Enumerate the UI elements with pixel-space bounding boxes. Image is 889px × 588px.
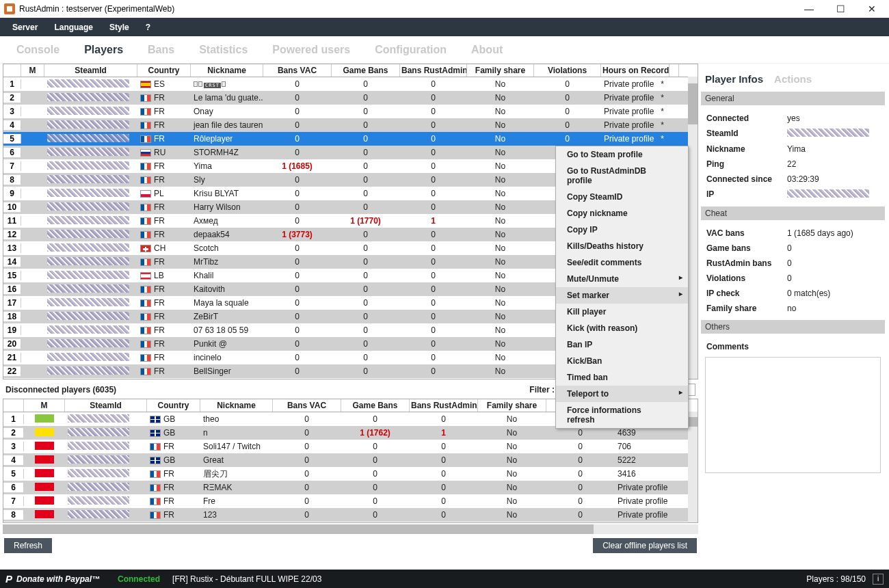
refresh-button[interactable]: Refresh bbox=[4, 538, 52, 553]
table-row[interactable]: 5FR眉尖刀000No03416 bbox=[3, 467, 698, 481]
filter-label: Filter : bbox=[529, 385, 555, 395]
info-row: Ping22 bbox=[701, 157, 885, 172]
players-grid-header: MSteamIdCountryNicknameBans VACGame Bans… bbox=[3, 64, 698, 77]
menu-?[interactable]: ? bbox=[137, 20, 159, 35]
ctx-item[interactable]: Go to Steam profile bbox=[556, 146, 688, 163]
col-header[interactable]: Bans RustAdmin bbox=[410, 399, 478, 412]
info-row: RustAdmin bans0 bbox=[701, 256, 885, 271]
panel-tab[interactable]: Actions bbox=[774, 73, 812, 85]
col-header[interactable]: Bans VAC bbox=[263, 64, 332, 77]
menu-language[interactable]: Language bbox=[46, 20, 101, 35]
ctx-item[interactable]: Copy IP bbox=[556, 222, 688, 238]
player-count: Players : 98/150 bbox=[806, 574, 866, 584]
col-header[interactable]: M bbox=[21, 64, 44, 77]
ctx-item[interactable]: Timed ban bbox=[556, 369, 688, 386]
info-row: IP bbox=[701, 187, 885, 202]
panel-tabs: Player InfosActions bbox=[701, 70, 885, 92]
info-icon[interactable]: i bbox=[873, 574, 884, 585]
ctx-item[interactable]: Kick/Ban bbox=[556, 353, 688, 369]
tab-players[interactable]: Players bbox=[72, 38, 135, 62]
table-row[interactable]: 3FROnay000No0Private profile* bbox=[3, 105, 698, 118]
disconnected-hscroll[interactable] bbox=[3, 524, 698, 534]
ctx-item[interactable]: Ban IP bbox=[556, 336, 688, 353]
info-row: Connected since03:29:39 bbox=[701, 172, 885, 187]
ctx-item[interactable]: See/edit comments bbox=[556, 254, 688, 271]
col-header[interactable]: Game Bans bbox=[332, 64, 400, 77]
info-row: IP check0 match(es) bbox=[701, 286, 885, 301]
col-header[interactable]: Country bbox=[147, 399, 200, 412]
info-row: Game bans0 bbox=[701, 241, 885, 256]
ctx-item[interactable]: Copy nickname bbox=[556, 205, 688, 222]
tab-bans[interactable]: Bans bbox=[135, 38, 187, 62]
col-header[interactable] bbox=[669, 64, 679, 77]
context-menu[interactable]: Go to Steam profileGo to RustAdminDB pro… bbox=[555, 146, 689, 429]
col-header[interactable]: SteamId bbox=[65, 399, 147, 412]
tab-configuration[interactable]: Configuration bbox=[362, 38, 459, 62]
ctx-item[interactable]: Go to RustAdminDB profile bbox=[556, 163, 688, 189]
col-header[interactable]: Family share bbox=[478, 399, 546, 412]
table-row[interactable]: 4FRjean file des tauren000No0Private pro… bbox=[3, 118, 698, 132]
table-row[interactable]: 5FRRôleplayer000No0Private profile* bbox=[3, 132, 698, 146]
col-header[interactable]: Bans RustAdmin bbox=[400, 64, 467, 77]
tab-console[interactable]: Console bbox=[4, 38, 72, 62]
donate-link[interactable]: Donate with Paypal™ bbox=[16, 574, 100, 584]
table-row[interactable]: 8FR123000No0Private profile bbox=[3, 508, 698, 522]
col-header[interactable]: Bans VAC bbox=[273, 399, 341, 412]
disconnected-header: Disconnected players (6035) bbox=[5, 385, 116, 395]
col-header[interactable]: Nickname bbox=[191, 64, 263, 77]
col-header[interactable]: Hours on Record bbox=[601, 64, 669, 77]
tab-about[interactable]: About bbox=[459, 38, 515, 62]
close-icon[interactable]: ✕ bbox=[864, 3, 879, 14]
col-header[interactable]: Nickname bbox=[200, 399, 273, 412]
status-bar: P Donate with Paypal™ Connected [FR] Rus… bbox=[0, 570, 889, 588]
table-row[interactable]: 4GBGreat000No05222 bbox=[3, 453, 698, 467]
ctx-item[interactable]: Kills/Deaths history bbox=[556, 238, 688, 254]
col-header[interactable]: Violations bbox=[534, 64, 601, 77]
ctx-item[interactable]: Copy SteamID bbox=[556, 189, 688, 205]
panel-tab[interactable]: Player Infos bbox=[705, 73, 763, 85]
col-header[interactable]: Family share bbox=[467, 64, 534, 77]
ctx-item[interactable]: Mute/Unmute bbox=[556, 271, 688, 287]
paypal-icon: P bbox=[5, 573, 12, 585]
info-row: VAC bans1 (1685 days ago) bbox=[701, 226, 885, 241]
info-row: Family shareno bbox=[701, 301, 885, 316]
info-row: NicknameYima bbox=[701, 142, 885, 157]
players-scrollbar[interactable] bbox=[688, 77, 698, 379]
app-icon bbox=[4, 3, 15, 14]
ctx-item[interactable]: Kick (with reason) bbox=[556, 320, 688, 336]
section-cheat: Cheat bbox=[701, 206, 885, 220]
main-tabs: ConsolePlayersBansStatisticsPowered user… bbox=[0, 36, 889, 64]
col-header[interactable]: M bbox=[24, 399, 65, 412]
ctx-item[interactable]: Kill player bbox=[556, 304, 688, 320]
info-row: SteamId bbox=[701, 126, 885, 142]
info-row: Connectedyes bbox=[701, 111, 885, 126]
table-row[interactable]: 2FRLe lama 'du guate...000No0Private pro… bbox=[3, 91, 698, 105]
disconnected-scrollbar[interactable] bbox=[688, 412, 698, 522]
info-row: Violations0 bbox=[701, 271, 885, 286]
ctx-item[interactable]: Set marker bbox=[556, 287, 688, 304]
comments-box[interactable] bbox=[705, 357, 881, 473]
tab-statistics[interactable]: Statistics bbox=[187, 38, 260, 62]
col-header[interactable]: Country bbox=[137, 64, 191, 77]
col-header[interactable]: Game Bans bbox=[341, 399, 410, 412]
menu-server[interactable]: Server bbox=[4, 20, 46, 35]
minimize-icon[interactable]: — bbox=[801, 3, 817, 14]
tab-powered-users[interactable]: Powered users bbox=[260, 38, 362, 62]
ctx-item[interactable]: Force informations refresh bbox=[556, 402, 688, 428]
col-header[interactable] bbox=[3, 399, 24, 412]
col-header[interactable]: SteamId bbox=[44, 64, 137, 77]
menu-style[interactable]: Style bbox=[101, 20, 137, 35]
clear-offline-button[interactable]: Clear offline players list bbox=[593, 538, 697, 553]
table-row[interactable]: 6FRRΞMAK000No0Private profile bbox=[3, 481, 698, 494]
table-row[interactable]: 7FRFre000No0Private profile bbox=[3, 494, 698, 508]
maximize-icon[interactable]: ☐ bbox=[833, 3, 848, 14]
window-controls: — ☐ ✕ bbox=[801, 3, 885, 14]
ctx-item[interactable]: Teleport to bbox=[556, 386, 688, 402]
menubar: ServerLanguageStyle? bbox=[0, 18, 889, 36]
table-row[interactable]: 1ESCRST000No0Private profile* bbox=[3, 77, 698, 91]
comments-label: Comments bbox=[706, 342, 787, 351]
col-header[interactable] bbox=[3, 64, 21, 77]
section-general: General bbox=[701, 92, 885, 105]
connection-status: Connected bbox=[118, 574, 160, 584]
table-row[interactable]: 3FRSoli147 / Twitch000No0706 bbox=[3, 440, 698, 453]
